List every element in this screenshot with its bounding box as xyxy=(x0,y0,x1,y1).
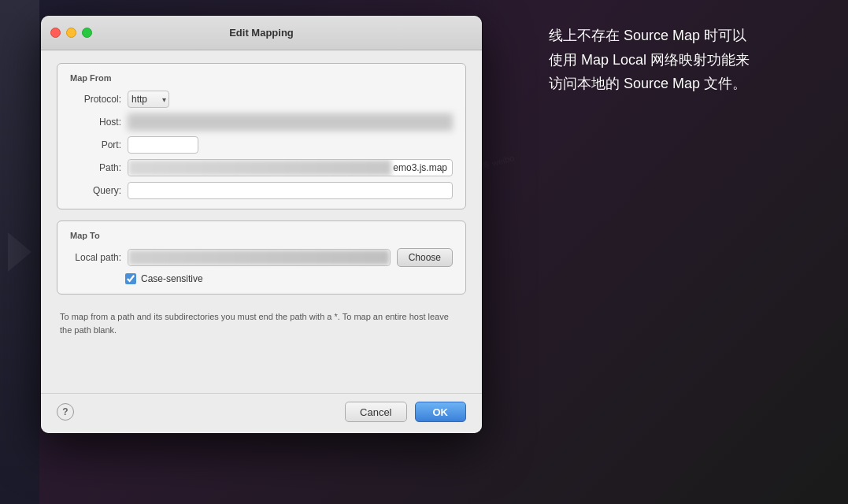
path-blurred-part xyxy=(128,160,391,176)
annotation-line2: 使用 Map Local 网络映射功能来 xyxy=(549,48,817,72)
sidebar-arrow-icon xyxy=(8,232,31,272)
map-to-label: Map To xyxy=(70,231,453,240)
maximize-button[interactable] xyxy=(82,28,92,38)
map-from-section: Map From Protocol: http https Host: xyxy=(57,63,466,209)
traffic-lights xyxy=(50,28,92,38)
ok-button[interactable]: OK xyxy=(415,402,467,422)
local-path-blurred xyxy=(128,250,390,265)
host-label: Host: xyxy=(70,117,121,128)
dialog-title: Edit Mapping xyxy=(229,27,294,39)
port-row: Port: xyxy=(70,136,453,154)
path-input-wrapper[interactable]: emo3.js.map xyxy=(128,159,453,176)
query-row: Query: xyxy=(70,182,453,199)
port-input[interactable] xyxy=(128,136,198,154)
help-button[interactable]: ? xyxy=(57,403,74,421)
protocol-select[interactable]: http https xyxy=(128,91,169,108)
case-sensitive-checkbox[interactable] xyxy=(125,273,136,284)
local-path-input-wrapper[interactable] xyxy=(128,249,391,266)
close-button[interactable] xyxy=(50,28,61,38)
path-label: Path: xyxy=(70,162,121,173)
host-input[interactable] xyxy=(128,113,453,131)
local-path-row: Local path: Choose xyxy=(70,248,453,267)
path-row: Path: emo3.js.map xyxy=(70,159,453,176)
dialog-footer: ? Cancel OK xyxy=(41,393,482,433)
footer-buttons: Cancel OK xyxy=(345,402,466,422)
info-text: To map from a path and its subdirectorie… xyxy=(57,306,466,341)
map-from-label: Map From xyxy=(70,73,453,83)
protocol-label: Protocol: xyxy=(70,94,121,105)
port-label: Port: xyxy=(70,139,121,150)
local-path-label: Local path: xyxy=(70,252,121,263)
path-visible-suffix: emo3.js.map xyxy=(391,162,452,173)
dialog-window: Edit Mapping Map From Protocol: http htt… xyxy=(41,16,482,433)
host-row: Host: xyxy=(70,113,453,131)
case-sensitive-row: Case-sensitive xyxy=(125,273,453,284)
protocol-select-wrapper[interactable]: http https xyxy=(128,91,169,108)
query-input[interactable] xyxy=(128,182,453,199)
sidebar-panel xyxy=(0,0,39,504)
annotation-panel: 线上不存在 Source Map 时可以 使用 Map Local 网络映射功能… xyxy=(549,24,817,96)
annotation-line3: 访问本地的 Source Map 文件。 xyxy=(549,72,817,96)
edit-mapping-dialog: Edit Mapping Map From Protocol: http htt… xyxy=(41,16,482,433)
title-bar: Edit Mapping xyxy=(41,16,482,50)
cancel-button[interactable]: Cancel xyxy=(345,402,406,422)
case-sensitive-label: Case-sensitive xyxy=(141,273,203,284)
dialog-body: Map From Protocol: http https Host: xyxy=(41,50,482,393)
protocol-row: Protocol: http https xyxy=(70,91,453,108)
annotation-line1: 线上不存在 Source Map 时可以 xyxy=(549,24,817,48)
query-label: Query: xyxy=(70,185,121,196)
minimize-button[interactable] xyxy=(66,28,76,38)
choose-button[interactable]: Choose xyxy=(397,248,453,267)
map-to-section: Map To Local path: Choose Case-sensitive xyxy=(57,220,466,295)
